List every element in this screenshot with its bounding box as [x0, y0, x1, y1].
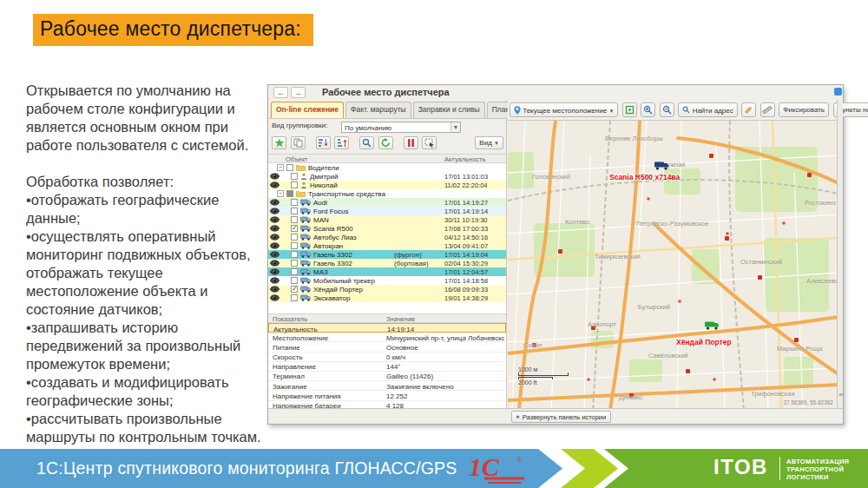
row-checkbox[interactable] [291, 208, 298, 214]
map-canvas[interactable]: Верхние ЛихоборыОкружнаяГоловинскийКопте… [508, 121, 838, 408]
vehicle-icon [300, 286, 311, 293]
visibility-eye-icon[interactable] [270, 181, 279, 188]
column-object: Объект [286, 155, 308, 163]
copy-icon[interactable] [291, 136, 306, 149]
tree-row[interactable]: Газель 3302(бортовая)02/04 15:30:29 [268, 259, 506, 267]
tree-row[interactable]: −Водители [268, 163, 506, 172]
fix-button[interactable]: Фиксировать [779, 102, 829, 117]
forward-button[interactable]: → [291, 87, 306, 98]
visibility-eye-icon[interactable] [270, 173, 279, 180]
zoom-out-icon[interactable] [660, 102, 674, 117]
map-place-label: Тимирязевский [595, 253, 641, 260]
row-checkbox[interactable] [291, 199, 298, 206]
tree-row[interactable]: Газель 3302(фургон)17/01 14:19:04 [268, 250, 506, 259]
visibility-eye-icon[interactable] [270, 277, 279, 284]
tab-fact-routes[interactable]: Факт. маршруты [345, 102, 411, 118]
row-checkbox[interactable] [291, 225, 298, 232]
tree-row[interactable]: Хёндай Портер16/08 09:09:33 [268, 285, 506, 293]
tree-row[interactable]: Дмитрий17/01 13:01:03 [268, 172, 506, 181]
sort-asc-icon[interactable] [316, 136, 331, 149]
details-row[interactable]: ТерминалGalileo (11426) [268, 372, 506, 381]
draw-pencil-icon[interactable] [741, 102, 756, 117]
vehicle-icon [300, 234, 311, 241]
footer-divider [779, 457, 780, 480]
visibility-eye-icon[interactable] [270, 294, 279, 301]
expander-icon[interactable]: − [277, 164, 284, 171]
vehicle-marker-icon[interactable] [704, 320, 720, 330]
visibility-eye-icon[interactable] [270, 234, 279, 241]
row-checkbox[interactable] [291, 251, 298, 258]
last-update-time: 17/01 13:01:03 [444, 173, 488, 181]
row-checkbox[interactable] [291, 268, 298, 275]
tree-row[interactable]: −Транспортные средства [268, 189, 506, 198]
select-area-icon[interactable] [422, 136, 437, 149]
row-checkbox[interactable] [291, 216, 298, 223]
vehicle-marker-icon[interactable] [654, 161, 669, 170]
fit-map-icon[interactable] [622, 102, 637, 117]
indicator-value: Основное [386, 344, 504, 352]
grouping-select[interactable]: По умолчанию ▼ [341, 122, 461, 133]
indicator-value: Мичуринский пр-т, улица Лобачевского, по… [386, 334, 504, 342]
details-row[interactable]: Скорость0 км/ч [268, 353, 506, 362]
stop-tracking-icon[interactable] [404, 136, 418, 149]
visibility-eye-icon[interactable] [270, 216, 279, 223]
map-place-label: Аэропорт [588, 320, 616, 328]
group-checkbox[interactable] [286, 164, 293, 171]
tab-fuel-drains[interactable]: Заправки и сливы [413, 102, 485, 118]
tree-row[interactable]: Audi17/01 14:19:27 [268, 198, 506, 207]
row-checkbox[interactable] [291, 294, 298, 301]
zoom-in-icon[interactable] [641, 102, 655, 117]
row-checkbox[interactable] [291, 260, 298, 267]
tree-row[interactable]: Автобус Лиаз04/12 14:50:16 [268, 233, 506, 241]
sort-desc-icon[interactable] [334, 136, 349, 149]
row-checkbox[interactable] [291, 234, 298, 241]
map-panel-icon[interactable] [834, 88, 842, 96]
details-row[interactable]: МестоположениеМичуринский пр-т, улица Ло… [268, 333, 506, 342]
group-checkbox[interactable] [286, 190, 293, 197]
visibility-eye-icon[interactable] [270, 199, 279, 206]
view-menu-button[interactable]: Вид ▼ [475, 136, 503, 149]
refresh-icon[interactable] [378, 136, 393, 149]
tree-row[interactable]: Автокран13/04 09:41:07 [268, 241, 506, 250]
show-on-map-icon[interactable] [272, 136, 286, 149]
visibility-eye-icon[interactable] [270, 242, 279, 249]
tree-row[interactable]: Экскаватор19/01 14:38:29 [268, 293, 506, 302]
tree-row[interactable]: Николай11/02 22:20:04 [268, 181, 506, 189]
tree-row[interactable]: Scania R50017/08 17:00:33 [268, 224, 506, 233]
details-row[interactable]: ЗажиганиеЗажигание включено [268, 381, 506, 391]
metro-marker [725, 236, 729, 241]
row-checkbox[interactable] [291, 173, 298, 180]
measure-ruler-icon[interactable] [760, 102, 775, 117]
back-button[interactable]: ← [273, 87, 288, 98]
visibility-eye-icon[interactable] [270, 286, 279, 293]
details-row[interactable]: Актуальность14:19:14 [268, 323, 506, 333]
current-location-button[interactable]: Текущее местоположение ▼ [510, 102, 618, 117]
expander-icon[interactable]: − [277, 190, 284, 197]
visibility-eye-icon[interactable] [270, 260, 279, 267]
row-checkbox[interactable] [291, 277, 298, 284]
map-place-label: Сокол [523, 341, 542, 349]
visibility-eye-icon[interactable] [270, 208, 279, 214]
visibility-eye-icon[interactable] [270, 225, 279, 232]
tree-row[interactable]: МАЗ17/01 12:04:57 [268, 267, 506, 276]
row-checkbox[interactable] [291, 286, 298, 293]
tree-row[interactable]: Ford Focus17/01 14:19:14 [268, 207, 506, 215]
list-toolbar: Вид ▼ [272, 136, 503, 152]
metro-marker [709, 154, 713, 158]
map-place-label: Трифоновская [751, 390, 795, 398]
visibility-eye-icon[interactable] [270, 251, 279, 258]
expand-history-button[interactable]: ✦Развернуть панель истории [511, 411, 611, 423]
vehicle-icon [300, 225, 311, 232]
details-row[interactable]: Напряжение питания12 252 [268, 391, 506, 400]
tree-row[interactable]: MAN30/11 10:19:30 [268, 215, 506, 224]
visibility-eye-icon[interactable] [270, 268, 279, 275]
details-row[interactable]: ПитаниеОсновное [268, 342, 506, 352]
row-checkbox[interactable] [291, 242, 298, 249]
tree-row[interactable]: Мобильный трекер17/01 14:18:58 [268, 276, 506, 285]
details-row[interactable]: Направление144° [268, 362, 506, 372]
collapse-panel-icon[interactable]: « [839, 391, 843, 399]
search-icon[interactable] [359, 136, 374, 149]
row-checkbox[interactable] [291, 181, 298, 188]
find-address-button[interactable]: Найти адрес [678, 102, 737, 117]
tab-online-tracking[interactable]: On-line слежение [271, 102, 344, 118]
